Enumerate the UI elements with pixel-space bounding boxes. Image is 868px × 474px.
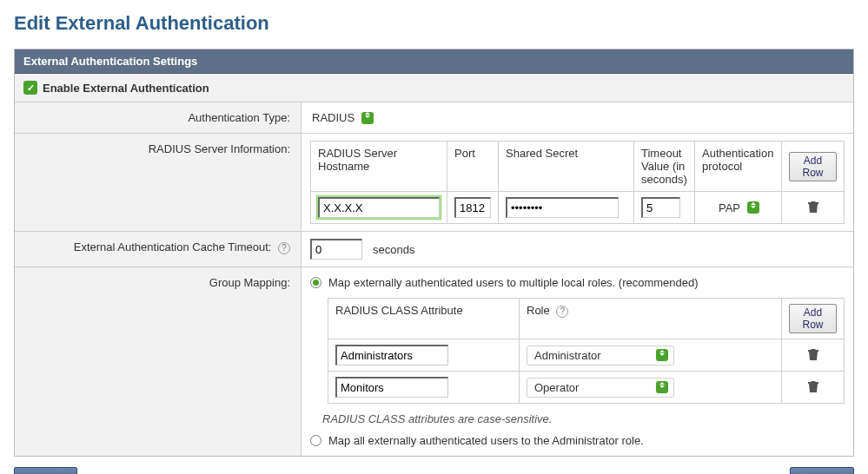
radio-multiple-roles[interactable]: Map externally authenticated users to mu… <box>310 274 845 291</box>
role-select[interactable]: Operator <box>527 378 674 398</box>
radio-icon <box>310 277 321 288</box>
label-auth-type: Authentication Type: <box>15 102 301 133</box>
radius-row: PAP <box>311 192 845 224</box>
row-auth-type: Authentication Type: RADIUS <box>15 102 853 134</box>
trash-icon[interactable] <box>807 200 819 214</box>
mapping-row: Operator <box>328 372 845 404</box>
role-value: Operator <box>534 381 579 394</box>
panel-header: External Authentication Settings <box>15 49 853 74</box>
role-value: Administrator <box>534 349 601 362</box>
th-addrow: Add Row <box>782 142 845 192</box>
radio-admin-label: Map all externally authenticated users t… <box>328 434 644 447</box>
add-row-mapping-button[interactable]: Add Row <box>789 304 837 333</box>
case-sensitive-note: RADIUS CLASS attributes are case-sensiti… <box>322 411 845 425</box>
label-radius-info: RADIUS Server Information: <box>15 134 301 231</box>
row-cache-timeout: External Authentication Cache Timeout: ?… <box>15 232 853 267</box>
radius-timeout-input[interactable] <box>641 197 680 218</box>
trash-icon[interactable] <box>807 347 819 361</box>
cache-timeout-input[interactable] <box>310 239 362 260</box>
th-port: Port <box>447 142 499 192</box>
th-hostname: RADIUS Server Hostname <box>311 142 447 192</box>
enable-row: ✓ Enable External Authentication <box>15 74 853 102</box>
radio-icon <box>310 435 321 446</box>
seconds-label: seconds <box>373 243 414 256</box>
group-mapping-table: RADIUS CLASS Attribute Role ? Add Row <box>328 298 845 404</box>
role-select[interactable]: Administrator <box>527 346 674 365</box>
radius-port-input[interactable] <box>454 197 491 218</box>
label-cache-timeout: External Authentication Cache Timeout: ? <box>15 232 301 267</box>
label-group-mapping: Group Mapping: <box>15 267 301 456</box>
chevron-updown-icon <box>656 349 668 361</box>
help-icon[interactable]: ? <box>556 306 568 318</box>
trash-icon[interactable] <box>807 379 819 393</box>
th-secret: Shared Secret <box>499 142 634 192</box>
auth-type-value: RADIUS <box>310 109 356 126</box>
th-addrow-mapping: Add Row <box>782 299 845 339</box>
enable-checkbox[interactable]: ✓ <box>23 81 37 95</box>
row-group-mapping: Group Mapping: Map externally authentica… <box>15 267 853 456</box>
radius-server-table: RADIUS Server Hostname Port Shared Secre… <box>310 141 845 224</box>
th-class-attr: RADIUS CLASS Attribute <box>328 299 520 339</box>
th-protocol: Authentication protocol <box>695 142 782 192</box>
radius-secret-input[interactable] <box>506 197 619 218</box>
external-auth-panel: External Authentication Settings ✓ Enabl… <box>14 49 854 457</box>
radius-protocol-value: PAP <box>717 200 742 216</box>
chevron-updown-icon <box>361 112 374 124</box>
chevron-updown-icon <box>656 381 668 393</box>
th-role: Role ? <box>520 299 782 339</box>
enable-label: Enable External Authentication <box>43 82 209 95</box>
cancel-button[interactable]: Cancel <box>14 467 77 474</box>
submit-button[interactable]: Submit <box>790 467 854 474</box>
page-title: Edit External Authentication <box>14 12 854 35</box>
radio-admin-role[interactable]: Map all externally authenticated users t… <box>310 432 845 449</box>
row-radius-info: RADIUS Server Information: RADIUS Server… <box>15 134 853 232</box>
radius-protocol-select[interactable]: PAP <box>717 200 759 216</box>
chevron-updown-icon <box>747 201 759 214</box>
class-attr-input[interactable] <box>335 377 448 398</box>
add-row-radius-button[interactable]: Add Row <box>789 152 837 181</box>
help-icon[interactable]: ? <box>278 242 290 254</box>
radius-hostname-input[interactable] <box>318 197 440 218</box>
radio-multiple-label: Map externally authenticated users to mu… <box>328 276 699 289</box>
mapping-row: Administrator <box>328 339 845 372</box>
button-bar: Cancel Submit <box>14 467 854 474</box>
auth-type-select[interactable]: RADIUS <box>310 109 845 126</box>
th-timeout: Timeout Value (in seconds) <box>634 142 695 192</box>
class-attr-input[interactable] <box>335 345 448 365</box>
